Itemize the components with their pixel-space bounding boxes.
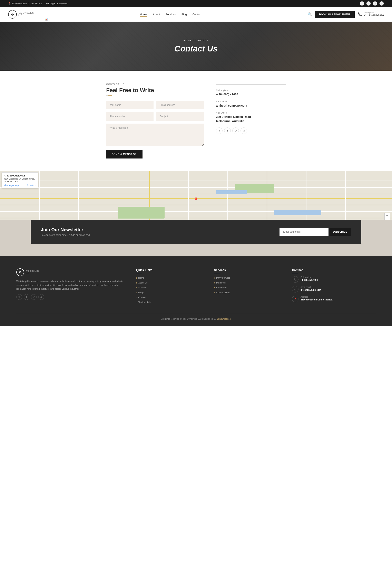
footer-link-services[interactable]: Services — [136, 286, 206, 289]
nav-about[interactable]: About — [153, 13, 160, 16]
footer-logo-text: TAC DYNAMICS LLC — [26, 270, 39, 275]
top-bar-left: 📍 4330 Woodside Circle, Florida ✉ info@e… — [8, 2, 68, 5]
send-message-button[interactable]: Send a Message — [106, 150, 143, 158]
location-icon: 📍 — [292, 296, 298, 302]
info-office: Visit Office 380 St Kilda Golden Road Me… — [216, 111, 286, 123]
search-icon[interactable]: 🔍 — [308, 12, 312, 16]
nav-right: 🔍 BOOK AN APPOINTMENT 📞 Call anytime +1 … — [308, 11, 384, 18]
email-label: Send email — [216, 100, 286, 103]
footer-bottom: All rights reserved by Tac Dynamics LLC … — [16, 314, 376, 320]
phone-icon: 📞 — [292, 276, 298, 283]
footer-grid: ⚙ TAC DYNAMICS LLC We take pride in our … — [16, 268, 376, 306]
form-row-1 — [106, 101, 204, 109]
zoom-in-button[interactable]: + — [385, 213, 390, 218]
email-text: info@example.com — [48, 2, 67, 5]
footer-link-contact[interactable]: Contact — [136, 296, 206, 299]
contact-heading: Feel Free to Write — [106, 87, 204, 94]
phone-input[interactable] — [106, 112, 153, 121]
subject-input[interactable] — [156, 112, 204, 121]
footer-contact-phone-info: Call anytime +1 123-456-7890 — [301, 276, 318, 282]
footer-about: ⚙ TAC DYNAMICS LLC We take pride in our … — [16, 268, 128, 306]
footer-service-constructions[interactable]: Constructions — [214, 291, 284, 294]
office-label: Visit Office — [216, 111, 286, 114]
footer-link-home[interactable]: Home — [136, 276, 206, 279]
footer-service-electrician[interactable]: Electrician — [214, 286, 284, 289]
email-input[interactable] — [156, 101, 204, 109]
top-bar: 📍 4330 Woodside Circle, Florida ✉ info@e… — [0, 0, 392, 7]
pinterest-icon[interactable]: 𝒫 — [373, 1, 377, 6]
road — [0, 211, 392, 212]
breadcrumb: HOME / CONTACT — [174, 39, 217, 42]
footer-facebook-btn[interactable]: f — [24, 294, 29, 300]
instagram-social-btn[interactable]: ◎ — [241, 127, 247, 134]
footer-social: 𝕏 f 𝒫 ◎ — [16, 294, 128, 300]
road — [0, 180, 392, 181]
facebook-icon[interactable]: f — [366, 1, 371, 6]
nav-blog[interactable]: Blog — [181, 13, 187, 16]
newsletter-email-input[interactable] — [280, 228, 328, 236]
view-larger-map-link[interactable]: View larger map — [4, 184, 19, 186]
footer-description: We take pride in our role as a versatile… — [16, 279, 128, 291]
map-pin: 📍 — [193, 197, 199, 203]
subscribe-button[interactable]: Subscribe — [328, 228, 351, 236]
footer-contact-email-info: Send email info@example.com — [301, 286, 321, 292]
nav-services[interactable]: Services — [166, 13, 176, 16]
map-popup-address: 4330 Woodside Dr, Coral Springs, FL 3306… — [4, 178, 36, 183]
nav-contact[interactable]: Contact — [193, 13, 202, 16]
designer-link[interactable]: Zonewebsites — [217, 318, 231, 320]
logo-text: TAC DYNAMICS LLC — [18, 12, 34, 17]
map-popup-title: 4330 Woodside Dr — [4, 174, 36, 177]
nav-links: Home About Services Blog Contact — [140, 13, 202, 16]
info-social: 𝕏 f 𝒫 ◎ — [216, 127, 286, 134]
footer-twitter-btn[interactable]: 𝕏 — [16, 294, 22, 300]
footer-link-about[interactable]: About Us — [136, 281, 206, 284]
instagram-icon[interactable]: ◎ — [379, 1, 384, 6]
hero-content: HOME / CONTACT Contact Us — [174, 39, 217, 53]
address-value: 4330 Woodside Circle, Florida — [301, 298, 332, 301]
chart-icon: 📊 — [45, 18, 48, 21]
heading-divider — [106, 95, 112, 96]
info-divider — [216, 85, 286, 85]
navbar: ⚙ TAC DYNAMICS LLC Home About Services B… — [0, 7, 392, 22]
info-email: Send email ambed@company.com — [216, 100, 286, 108]
facebook-social-btn[interactable]: f — [224, 127, 231, 134]
copyright-text: All rights reserved by Tac Dynamics LLC … — [161, 318, 217, 320]
footer-service-party[interactable]: Party Stewart — [214, 276, 284, 279]
footer-link-blogs[interactable]: Blogs — [136, 291, 206, 294]
top-bar-social: 𝕏 f 𝒫 ◎ — [360, 1, 384, 6]
footer-link-testimonials[interactable]: Testimonials — [136, 301, 206, 304]
message-textarea[interactable] — [106, 124, 204, 146]
footer-logo: ⚙ TAC DYNAMICS LLC — [16, 268, 128, 276]
email-value: info@example.com — [301, 288, 321, 292]
footer-services: Services Party Stewart Plumbing Electric… — [214, 268, 284, 306]
footer-quick-links: Quick Links Home About Us Services Blogs… — [136, 268, 206, 306]
newsletter-title: Join Our Newsletter — [41, 227, 90, 232]
list-item: Home — [136, 276, 206, 279]
call-value: +1 123-456-7890 — [301, 278, 318, 282]
list-item: Blogs — [136, 291, 206, 294]
pinterest-social-btn[interactable]: 𝒫 — [232, 127, 239, 134]
nav-home[interactable]: Home — [140, 13, 147, 17]
footer-service-plumbing[interactable]: Plumbing — [214, 281, 284, 284]
services-title: Services — [214, 268, 284, 273]
book-appointment-button[interactable]: BOOK AN APPOINTMENT — [315, 11, 355, 18]
name-input[interactable] — [106, 101, 153, 109]
footer-instagram-btn[interactable]: ◎ — [38, 294, 44, 300]
list-item: About Us — [136, 281, 206, 284]
twitter-social-btn[interactable]: 𝕏 — [216, 127, 222, 134]
directions-link[interactable]: Directions — [27, 184, 36, 186]
address-text: 4330 Woodside Circle, Florida — [12, 2, 42, 5]
road — [0, 187, 392, 188]
list-item: Electrician — [214, 286, 284, 289]
services-list: Party Stewart Plumbing Electrician Const… — [214, 276, 284, 294]
footer-pinterest-btn[interactable]: 𝒫 — [31, 294, 37, 300]
call-label: Call anytime — [301, 276, 318, 278]
map-popup: 4330 Woodside Dr 4330 Woodside Dr, Coral… — [2, 172, 38, 188]
contact-title: Contact — [292, 268, 376, 273]
phone-number: +1 123-456-7890 — [364, 14, 384, 17]
quick-links-list: Home About Us Services Blogs Contact Tes… — [136, 276, 206, 304]
info-call: Call anytime + 98 (000) - 9630 — [216, 89, 286, 97]
twitter-icon[interactable]: 𝕏 — [360, 1, 364, 6]
form-row-2 — [106, 112, 204, 121]
email-icon: ✉ — [46, 2, 48, 5]
